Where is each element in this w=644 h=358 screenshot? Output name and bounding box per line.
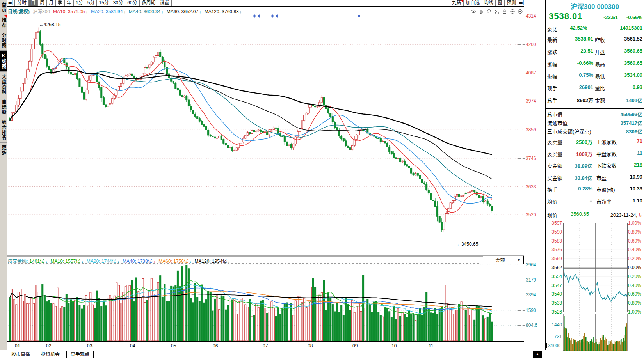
main-axis-label: 4087 (526, 70, 545, 76)
cap-label: 流通市值 (547, 119, 568, 126)
toolbar-tool-加自选[interactable]: 加自选 (464, 0, 482, 6)
bottom-tab-股市直播[interactable]: 股市直播 (7, 351, 34, 358)
detail-value: 33.84亿 (575, 174, 592, 181)
expand-up-button[interactable]: ▲ (533, 351, 542, 358)
toolbar-period-多周期[interactable]: 多周期 (140, 0, 158, 6)
quote-value: 3534.00 (624, 72, 642, 78)
detail-label: 委卖量 (547, 138, 562, 145)
cap-value: 8306亿 (626, 128, 642, 135)
volume-chart[interactable] (7, 257, 524, 342)
main-axis-label: 3974 (526, 98, 545, 104)
detail-label: 下跌家数 (596, 162, 617, 169)
x-axis-month-label: 02 (46, 343, 51, 349)
mini-current-price: 3560.65 (571, 211, 589, 217)
main-axis-label: 3746 (526, 156, 545, 161)
quote-value: 3560.65 (624, 48, 642, 54)
weibi-extra: -14915301 (618, 25, 642, 31)
price-change-pct: -0.66% (626, 14, 642, 20)
sidebar-item-自选股[interactable]: 自选股 (0, 97, 7, 117)
x-axis-month-label: 03 (87, 343, 92, 349)
sidebar-item-分时图[interactable]: 分时图 (0, 30, 7, 51)
detail-label: 买金额 (547, 174, 562, 181)
detail-value: 38.89亿 (575, 162, 592, 169)
detail-value: 10.99 (630, 174, 642, 180)
x-axis-months: 0102030405060708091011 (7, 342, 524, 350)
x-axis-month-label: 07 (263, 343, 268, 349)
toolbar-period-1分[interactable]: 1分 (74, 0, 85, 6)
toolbar-period-5分[interactable]: 5分 (85, 0, 97, 6)
detail-value: 2500万 (576, 138, 592, 145)
main-axis-label: 4200 (526, 42, 545, 47)
toolbar-period-年[interactable]: 年 (65, 0, 74, 6)
trading-terminal: 首页推荐分时图K线图大盘资料自选股综合排名更多 ➡▏ 分时日周月季年1分5分15… (0, 0, 644, 358)
detail-label: 换手 (547, 186, 557, 193)
toolbar-period-月[interactable]: 月 (47, 0, 56, 6)
intraday-mini-chart[interactable] (546, 220, 644, 351)
sidebar-item-K线图[interactable]: K线图 (0, 51, 7, 72)
quote-value: 0.75% (579, 72, 593, 78)
detail-label: 平盘家数 (596, 150, 617, 158)
quote-date: 2023-11-24,五 (610, 211, 642, 218)
toolbar-period-分时[interactable]: 分时 (15, 0, 29, 6)
toolbar-period-60分[interactable]: 60分 (125, 0, 139, 6)
period-toolbar: ➡▏ 分时日周月季年1分5分15分30分60分多周期设置 (7, 0, 524, 7)
detail-label: 市盈(动) (596, 186, 615, 193)
detail-label: 市净率 (596, 198, 612, 205)
sidebar-item-首页[interactable]: 首页 (0, 0, 7, 15)
toolbar-tool-预测[interactable]: 预测 (505, 0, 518, 6)
toolbar-period-设置[interactable]: 设置 (158, 0, 172, 6)
toolbar-period-15分[interactable]: 15分 (97, 0, 111, 6)
x-axis-month-label: 10 (391, 343, 397, 349)
x-axis-month-label: 09 (352, 343, 358, 349)
volume-axis-label: 2394 (526, 292, 545, 298)
cap-value: 357417亿 (621, 119, 642, 126)
cap-value: 459593亿 (621, 110, 642, 118)
quote-label: 涨幅 (547, 60, 557, 67)
bottom-tab-高手观点[interactable]: 高手观点 (66, 351, 94, 358)
toolbar-period-30分[interactable]: 30分 (111, 0, 125, 6)
tools-toolbar: 九转加自选均线窗预测➡▏ (450, 0, 526, 6)
x-axis-month-label: 04 (130, 343, 135, 349)
detail-value: 218 (634, 162, 642, 168)
cap-label: 总市值 (547, 110, 562, 118)
sidebar-item-推荐[interactable]: 推荐 (0, 15, 7, 30)
candlestick-chart[interactable] (7, 7, 524, 257)
toolbar-period-日[interactable]: 日 (29, 0, 38, 6)
cap-label: 三市成交额(沪深京) (547, 128, 591, 135)
toolbar-period-季[interactable]: 季 (56, 0, 65, 6)
left-sidebar: 首页推荐分时图K线图大盘资料自选股综合排名更多 (0, 0, 7, 358)
detail-value: – (590, 198, 592, 204)
quote-label: 总手 (547, 96, 557, 104)
toolbar-tool-窗[interactable]: 窗 (496, 0, 505, 6)
quote-label: 开盘 (595, 48, 605, 55)
main-axis-label: 3859 (526, 127, 545, 133)
detail-value: 0.28% (578, 186, 592, 191)
detail-label: 上涨家数 (596, 138, 617, 145)
last-price: 3538.01 (549, 11, 583, 21)
main-axis-label: 3520 (526, 212, 545, 218)
main-axis-label: 3633 (526, 184, 545, 190)
quote-label: 量比 (595, 84, 605, 92)
weibi-value: -42.52% (568, 25, 587, 31)
sidebar-item-大盘资料[interactable]: 大盘资料 (0, 72, 7, 97)
x-axis-month-label: 01 (15, 343, 20, 349)
symbol-title: 沪深300 000300 (546, 1, 644, 11)
toolbar-period-周[interactable]: 周 (38, 0, 47, 6)
detail-label: 均价 (547, 198, 557, 205)
quote-label: 金额 (595, 96, 605, 104)
volume-axis-label: 804.6 (526, 323, 545, 328)
quote-value: 1401亿 (626, 96, 642, 104)
jump-forward-icon[interactable]: ➡▏ (518, 0, 526, 6)
jump-forward-icon[interactable]: ➡▏ (7, 0, 15, 6)
quote-value: 0.93 (633, 84, 642, 90)
period-buttons: 分时日周月季年1分5分15分30分60分多周期设置 (15, 0, 172, 6)
bottom-tab-投资机会[interactable]: 投资机会 (37, 351, 64, 358)
toolbar-tool-九转[interactable]: 九转 (450, 0, 464, 6)
sidebar-item-更多[interactable]: 更多 (0, 143, 7, 158)
sidebar-item-综合排名[interactable]: 综合排名 (0, 117, 7, 143)
quote-label: 最高 (595, 60, 605, 67)
quote-value: 3560.65 (624, 60, 642, 66)
toolbar-tool-均线[interactable]: 均线 (482, 0, 496, 6)
quote-value: -23.51 (579, 48, 593, 54)
volume-axis-label: 3179 (526, 277, 545, 283)
